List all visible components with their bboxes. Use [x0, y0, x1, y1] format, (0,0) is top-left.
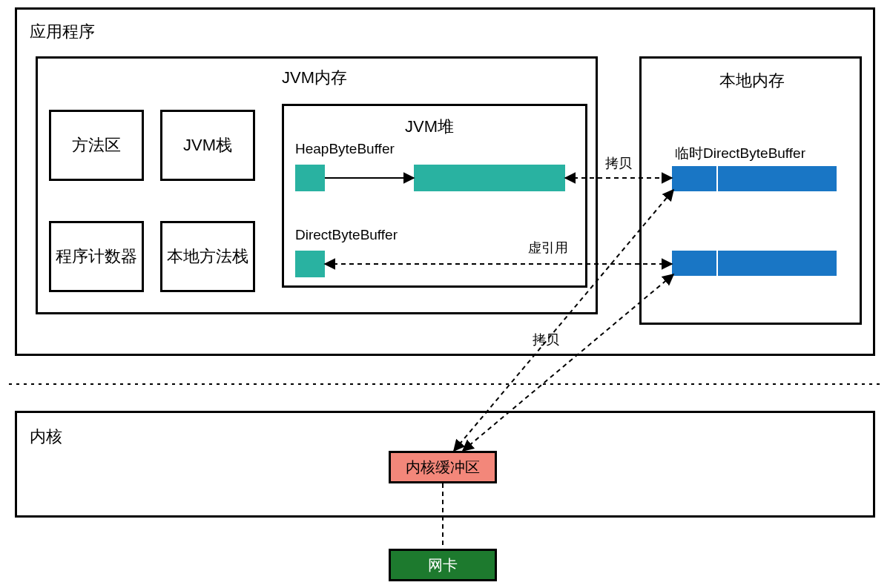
direct-byte-buffer-handle	[295, 251, 325, 277]
jvm-stack-label: JVM栈	[162, 112, 253, 179]
jvm-stack-box: JVM栈	[160, 110, 255, 181]
phantom-ref-label: 虚引用	[528, 239, 568, 257]
copy-label-bottom: 拷贝	[533, 331, 559, 348]
native-block-1	[672, 166, 837, 191]
jvm-heap-title: JVM堆	[405, 116, 454, 138]
method-area-box: 方法区	[49, 110, 144, 181]
kernel-title: 内核	[30, 426, 62, 448]
nic-box: 网卡	[389, 549, 497, 581]
direct-byte-buffer-label: DirectByteBuffer	[295, 227, 398, 243]
heap-byte-buffer-handle	[295, 165, 325, 191]
pc-register-box: 程序计数器	[49, 221, 144, 292]
kernel-buffer-label: 内核缓冲区	[406, 457, 480, 478]
kernel-buffer-box: 内核缓冲区	[389, 451, 497, 483]
copy-label-top: 拷贝	[605, 154, 632, 172]
native-stack-box: 本地方法栈	[160, 221, 255, 292]
nic-label: 网卡	[428, 555, 458, 575]
native-stack-label: 本地方法栈	[162, 223, 253, 290]
jvm-memory-title: JVM内存	[282, 67, 347, 89]
native-memory-title: 本地内存	[719, 70, 785, 92]
temp-direct-byte-buffer-label: 临时DirectByteBuffer	[675, 144, 805, 163]
pc-register-label: 程序计数器	[51, 223, 142, 290]
diagram-canvas: 应用程序 JVM内存 本地内存 方法区 JVM栈 程序计数器 本地方法栈 JVM…	[0, 0, 890, 588]
native-block-2	[672, 251, 837, 276]
heap-byte-buffer-label: HeapByteBuffer	[295, 141, 395, 157]
heap-byte-buffer-data	[414, 165, 565, 191]
app-layer-title: 应用程序	[30, 21, 95, 43]
method-area-label: 方法区	[51, 112, 142, 179]
